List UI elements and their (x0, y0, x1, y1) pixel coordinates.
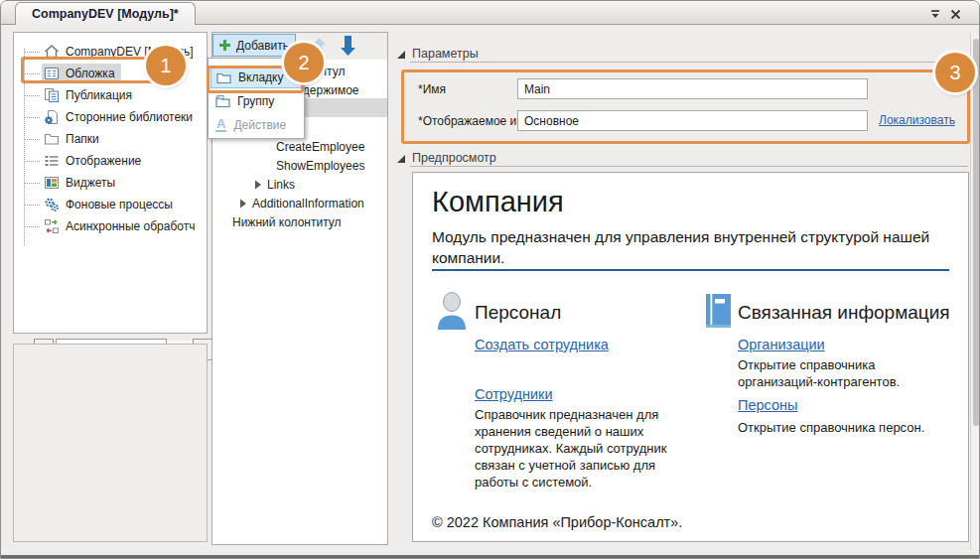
action-letter-icon: A (215, 118, 226, 132)
tab-folder-icon (216, 70, 231, 84)
tree-item-label: CompanyDEV [Модуль] (66, 45, 194, 59)
display-name-input[interactable] (517, 110, 868, 131)
organizations-link-description: Открытие справочника организаций-контраг… (738, 356, 921, 390)
tree-item-cover[interactable]: Обложка (14, 63, 207, 84)
tree-item-links-group[interactable]: Links (267, 176, 295, 194)
persons-link-description: Открытие справочника персон. (738, 419, 966, 436)
close-icon (950, 9, 961, 20)
menu-item-label: Группу (237, 94, 274, 108)
tree-item-publication[interactable]: Публикация (14, 84, 207, 106)
tree-item-label: Публикация (66, 88, 132, 102)
annotation-badge-3: 3 (935, 53, 975, 92)
menu-item-add-tab[interactable]: Вкладку (210, 67, 302, 88)
pin-collapse-button[interactable] (926, 6, 944, 22)
folder-icon (44, 131, 60, 147)
tree-item-async-handlers[interactable]: Асинхронные обработч (14, 215, 207, 237)
tree-item-folders[interactable]: Папки (14, 128, 207, 150)
preview-title: Компания (432, 186, 564, 218)
organizations-link[interactable]: Организации (738, 337, 825, 352)
employees-link-description: Справочник предназначен для хранения све… (475, 406, 679, 490)
publication-icon (44, 87, 60, 103)
library-gear-icon (44, 109, 60, 125)
tree-item-create-employee[interactable]: CreateEmployee (276, 138, 364, 156)
section-title: Параметры (412, 47, 479, 61)
tree-item-label: ShowEmployees (276, 159, 364, 173)
preview-description: Модуль предназначен для управления внутр… (432, 226, 948, 268)
tree-item-label: Сторонние библиотеки (66, 110, 193, 124)
tree-item-widgets[interactable]: Виджеты (14, 172, 207, 194)
tree-item-label: AdditionalInformation (252, 197, 364, 210)
tree-item-label: Виджеты (66, 176, 115, 190)
tree-item-label: Links (267, 178, 295, 192)
group-folder-icon (215, 94, 230, 108)
preview-divider (432, 269, 949, 271)
tree-item-label: Отображение (66, 154, 141, 168)
add-button[interactable]: Добавить (212, 34, 296, 57)
tree-item-root[interactable]: CompanyDEV [Модуль] (14, 41, 207, 63)
document-tab[interactable]: CompanyDEV [Модуль]* (15, 2, 196, 25)
expand-arrow-icon[interactable] (254, 180, 262, 190)
menu-item-add-action[interactable]: A Действие (210, 114, 302, 136)
expander-icon[interactable] (396, 50, 406, 60)
employees-link[interactable]: Сотрудники (475, 386, 553, 402)
section-title: Предпросмотр (412, 151, 496, 165)
properties-empty-panel (13, 344, 208, 542)
tree-item-label: Обложка (66, 67, 115, 80)
tree-item-label: Нижний колонтитул (232, 215, 342, 229)
preview-section-header[interactable]: Предпросмотр (412, 151, 496, 165)
expand-arrow-icon[interactable] (239, 199, 247, 209)
tree-item-label: Асинхронные обработч (66, 219, 196, 233)
vertical-scrollbar-thumb[interactable] (973, 39, 979, 426)
tree-item-third-party-libraries[interactable]: Сторонние библиотеки (14, 106, 207, 128)
create-employee-link[interactable]: Создать сотрудника (475, 337, 609, 352)
add-button-label: Добавить (236, 39, 289, 53)
tree-item-display[interactable]: Отображение (14, 150, 207, 172)
async-handlers-icon (44, 218, 60, 234)
section-divider (410, 62, 968, 63)
move-up-button[interactable] (312, 37, 327, 56)
person-icon (435, 292, 469, 330)
parameters-section-header[interactable]: Параметры (412, 47, 479, 61)
home-icon (44, 44, 60, 60)
module-tree-panel: CompanyDEV [Модуль] Обложка (13, 32, 208, 334)
tree-item-background-processes[interactable]: Фоновые процессы (14, 194, 207, 215)
menu-item-label: Вкладку (238, 70, 283, 84)
add-dropdown-menu: Вкладку Группу A Действие (208, 58, 305, 139)
display-name-field-label: *Отображаемое имя (418, 114, 531, 128)
tree-item-label: Папки (66, 132, 99, 146)
preview-column-heading: Связанная информация (738, 302, 950, 324)
pin-collapse-icon (929, 8, 941, 20)
localize-link[interactable]: Локализовать (879, 113, 955, 127)
module-tree: CompanyDEV [Модуль] Обложка (14, 33, 207, 237)
section-divider (410, 166, 968, 167)
plus-icon (218, 39, 231, 52)
name-input[interactable] (517, 78, 868, 99)
move-down-button[interactable] (340, 35, 356, 57)
close-button[interactable] (946, 6, 964, 22)
name-field-label: *Имя (418, 82, 446, 96)
widgets-chart-icon (44, 175, 60, 191)
persons-link[interactable]: Персоны (738, 397, 797, 413)
document-tab-label: CompanyDEV [Модуль]* (32, 7, 179, 21)
expander-icon[interactable] (396, 154, 406, 164)
title-bar: CompanyDEV [Модуль]* (1, 1, 979, 25)
list-icon (44, 153, 60, 169)
window-bottom-edge (1, 555, 979, 558)
selected-row-highlight: Обложка (42, 64, 121, 83)
menu-item-label: Действие (233, 118, 286, 132)
tree-item-label: CreateEmployee (276, 140, 364, 154)
tree-item-show-employees[interactable]: ShowEmployees (276, 157, 364, 175)
cover-icon (44, 66, 60, 81)
preview-footer-copyright: © 2022 Компания «Прибор-Консалт». (432, 514, 682, 531)
gears-icon (44, 197, 60, 212)
preview-column-heading: Персонал (475, 302, 561, 324)
tree-item-footer[interactable]: Нижний колонтитул (232, 213, 342, 231)
tree-item-label: Фоновые процессы (66, 198, 173, 211)
tree-item-additional-information[interactable]: AdditionalInformation (252, 195, 364, 212)
book-icon (705, 293, 732, 329)
vertical-scrollbar[interactable] (970, 33, 979, 550)
app-window: CompanyDEV [Модуль]* Co (0, 0, 980, 559)
menu-item-add-group[interactable]: Группу (210, 90, 302, 112)
